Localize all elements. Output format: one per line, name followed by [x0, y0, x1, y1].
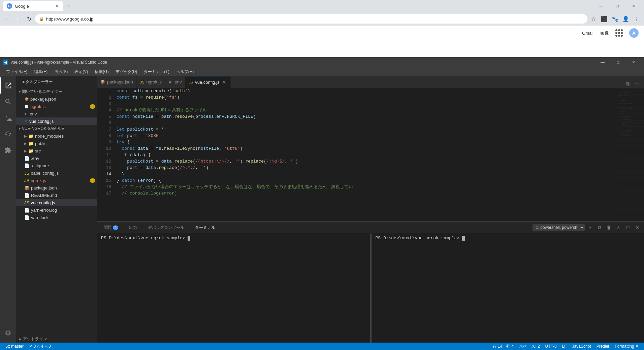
- open-file-package-json[interactable]: 📦 package.json: [16, 95, 97, 103]
- file-vue-config[interactable]: JS vue.config.js: [16, 199, 97, 206]
- open-file-env[interactable]: ● .env: [16, 110, 97, 117]
- encoding-text: UTF-8: [545, 344, 557, 349]
- extensions-activity-icon[interactable]: [0, 142, 16, 158]
- tab-package-json[interactable]: 📦 package.json: [97, 76, 137, 88]
- sidebar: エクスプローラー ▾ 開いているエディター 📦 package.json 📄 n…: [16, 76, 97, 343]
- more-actions-button[interactable]: ⋯: [633, 80, 641, 88]
- tab-ngrok-js[interactable]: JS ngrok.js: [137, 76, 165, 88]
- file-ngrok-js[interactable]: JS ngrok.js 4: [16, 177, 97, 184]
- dot: [618, 32, 620, 34]
- vscode-body: ⚙ エクスプローラー ▾ 開いているエディター 📦 package.json 📄…: [0, 76, 644, 343]
- project-header[interactable]: ▾ VUE-NGROK-SAMPLE: [16, 125, 97, 132]
- terminal-tab-output[interactable]: 出力: [125, 223, 141, 232]
- chrome-tab-google[interactable]: G Google ✕: [3, 1, 63, 11]
- terminal-chevron-up-button[interactable]: ∧: [614, 223, 622, 232]
- terminal-pane-2[interactable]: PS D:\dev\nuxt\vue-ngrok-sample>: [372, 234, 644, 343]
- file-gitignore[interactable]: 📄 .gitignore: [16, 162, 97, 169]
- code-editor[interactable]: const path = require('path') const fs = …: [114, 88, 617, 221]
- menu-button[interactable]: ⋮: [632, 14, 641, 24]
- file-yarn-lock[interactable]: 📄 yarn.lock: [16, 214, 97, 221]
- yarn-error-file-icon: 📄: [24, 208, 30, 213]
- folder-src[interactable]: ▶ 📁 src: [16, 147, 97, 154]
- explorer-activity-icon[interactable]: [0, 77, 16, 94]
- terminal-tab-debug-console[interactable]: デバッグコンソール: [144, 223, 188, 232]
- debug-activity-icon[interactable]: [0, 126, 16, 142]
- terminal-tab-terminal[interactable]: ターミナル: [191, 223, 219, 232]
- status-row-col[interactable]: 行 14、列 4: [490, 343, 517, 350]
- vue-config-icon: ✕: [24, 119, 27, 124]
- menu-edit[interactable]: 編集(E): [31, 68, 51, 76]
- gmail-link[interactable]: Gmail: [582, 31, 593, 36]
- bookmark-button[interactable]: ☆: [589, 14, 598, 24]
- images-link[interactable]: 画像: [600, 30, 609, 36]
- search-activity-icon[interactable]: [0, 94, 16, 110]
- profile-button[interactable]: 👤: [621, 14, 631, 24]
- terminal-add-button[interactable]: +: [586, 223, 594, 232]
- terminal-actions: 1: powershell, powersh + ⧉ 🗑 ∧ □ ✕: [533, 223, 641, 232]
- address-bar[interactable]: 🔒 https://www.google.co.jp: [35, 14, 587, 24]
- new-tab-button[interactable]: +: [63, 1, 73, 11]
- folder-public[interactable]: ▶ 📁 public: [16, 140, 97, 147]
- folder-node-modules[interactable]: ▶ 📁 node_modules: [16, 132, 97, 140]
- terminal-tab-problems[interactable]: 問題 4: [100, 223, 122, 232]
- vscode-close-button[interactable]: ✕: [626, 57, 641, 67]
- google-page-area: Gmail 画像 A: [0, 26, 644, 57]
- menu-select[interactable]: 選択(S): [51, 68, 71, 76]
- extension-button2[interactable]: 🐾: [610, 14, 620, 24]
- extension-button1[interactable]: ⬛: [600, 14, 609, 24]
- tab-title: Google: [15, 4, 53, 9]
- split-editor-button[interactable]: ⧉: [624, 80, 632, 88]
- source-control-activity-icon[interactable]: [0, 110, 16, 126]
- menu-file[interactable]: ファイル(F): [3, 68, 31, 76]
- maximize-button[interactable]: □: [610, 1, 625, 11]
- forward-button[interactable]: →: [13, 14, 23, 24]
- minimize-button[interactable]: —: [593, 1, 609, 11]
- vscode-menubar: ファイル(F) 編集(E) 選択(S) 表示(V) 移動(G) デバッグ(D) …: [0, 67, 644, 76]
- status-errors[interactable]: ✕ 0 △ 4 △ 0: [26, 343, 54, 350]
- status-formatter[interactable]: Prettier: [594, 343, 612, 350]
- tab-close-vue-config[interactable]: ✕: [222, 79, 227, 85]
- file-package-json[interactable]: 📦 package.json: [16, 184, 97, 191]
- menu-go[interactable]: 移動(G): [91, 68, 112, 76]
- settings-activity-icon[interactable]: ⚙: [0, 325, 16, 341]
- vscode-maximize-button[interactable]: □: [610, 57, 626, 67]
- terminal-maximize-button[interactable]: □: [624, 223, 632, 232]
- refresh-button[interactable]: ↻: [24, 14, 34, 24]
- status-encoding[interactable]: UTF-8: [543, 343, 559, 350]
- menu-debug[interactable]: デバッグ(D): [112, 68, 141, 76]
- tab-vue-config[interactable]: JS vue.config.js ✕: [185, 76, 230, 88]
- file-yarn-error[interactable]: 📄 yarn-error.log: [16, 206, 97, 214]
- google-account-avatar[interactable]: A: [629, 28, 639, 38]
- ngrok-file-icon: JS: [24, 178, 29, 183]
- code-line-17: // console.log(error): [117, 190, 614, 197]
- terminal-pane-1[interactable]: PS D:\dev\nuxt\vue-ngrok-sample>: [97, 234, 370, 343]
- vscode-minimize-button[interactable]: —: [595, 57, 610, 67]
- close-button[interactable]: ✕: [626, 1, 641, 11]
- status-formatting[interactable]: Formatting ✕: [612, 343, 641, 350]
- google-apps-button[interactable]: [614, 28, 624, 38]
- terminal-select-shell[interactable]: 1: powershell, powersh: [533, 224, 585, 231]
- terminal-split-button[interactable]: ⧉: [595, 223, 604, 232]
- file-env[interactable]: 📄 .env: [16, 154, 97, 162]
- row-col-text: 行 14、列 4: [493, 344, 514, 349]
- outline-chevron: ▶: [19, 337, 22, 341]
- status-spaces[interactable]: スペース: 2: [516, 343, 542, 350]
- tab-env[interactable]: ● .env: [165, 76, 185, 88]
- file-babel-config[interactable]: JS babel.config.js: [16, 169, 97, 177]
- menu-terminal[interactable]: ターミナル(T): [140, 68, 172, 76]
- open-file-vue-config[interactable]: ✕ vue.config.js: [16, 117, 97, 125]
- status-language[interactable]: JavaScript: [570, 343, 594, 350]
- outline-title: アウトライン: [23, 336, 47, 342]
- menu-view[interactable]: 表示(V): [71, 68, 91, 76]
- outline-header[interactable]: ▶ アウトライン: [16, 335, 97, 343]
- status-line-ending[interactable]: LF: [559, 343, 570, 350]
- terminal-close-button[interactable]: ✕: [633, 223, 641, 232]
- menu-help[interactable]: ヘルプ(H): [173, 68, 197, 76]
- open-file-ngrok-js[interactable]: 📄 ngrok.js 4: [16, 103, 97, 110]
- file-readme[interactable]: 📄 README.md: [16, 191, 97, 199]
- back-button[interactable]: ←: [3, 14, 12, 24]
- status-branch[interactable]: ⎇ master: [3, 343, 26, 350]
- open-editors-header[interactable]: ▾ 開いているエディター: [16, 88, 97, 95]
- tab-close-button[interactable]: ✕: [55, 3, 59, 9]
- terminal-trash-button[interactable]: 🗑: [605, 223, 613, 232]
